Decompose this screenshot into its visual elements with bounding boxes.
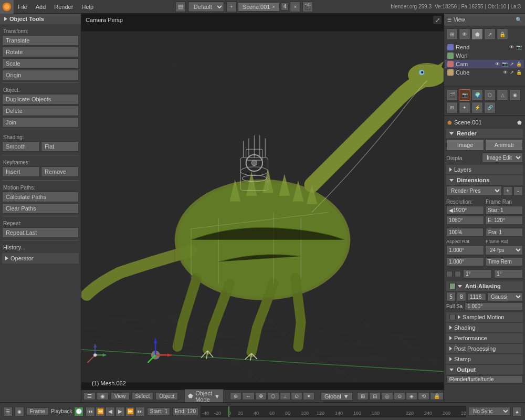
fra-field[interactable]: Fra: 1 [486, 228, 523, 237]
vis-icon[interactable]: 👁 [459, 28, 470, 40]
aa-num1[interactable]: 5 [446, 292, 456, 301]
vp-tool-2[interactable]: ↔ [242, 392, 255, 400]
rotate-btn[interactable]: Rotate [2, 47, 79, 57]
vp-onion-btn[interactable]: ◈ [406, 392, 417, 400]
render-preset-select[interactable]: Render Pres [446, 186, 502, 196]
menu-add[interactable]: Add [32, 0, 50, 13]
props-tab-phys[interactable]: ⚡ [471, 102, 483, 113]
props-tab-cons[interactable]: 🔗 [484, 102, 496, 113]
vp-tool-4[interactable]: ⬡ [267, 392, 279, 400]
join-btn[interactable]: Join [2, 117, 79, 128]
play-fwd-btn[interactable]: ▶ [116, 407, 125, 416]
props-tab-render[interactable]: 📷 [459, 89, 470, 101]
props-tab-mesh[interactable]: △ [497, 89, 508, 101]
duplicate-btn[interactable]: Duplicate Objects [2, 94, 79, 104]
vp-snap-btn[interactable]: ⊞ [357, 392, 369, 400]
play-back-btn[interactable]: ◀ [106, 407, 115, 416]
vp-proportional-btn[interactable]: ⊙ [394, 392, 405, 400]
sync-select[interactable]: No Sync [468, 407, 510, 416]
output-path[interactable]: /Render/turtle/turtle [446, 375, 523, 383]
menu-help[interactable]: Help [77, 0, 98, 13]
layers-section[interactable]: Layers [446, 165, 523, 174]
performance-section[interactable]: Performance [446, 333, 523, 343]
translate-btn[interactable]: Translate [2, 35, 79, 46]
timeline-ruler[interactable]: -40 -20 0 20 40 60 80 100 120 140 160 18… [201, 406, 466, 417]
timeline-camera-icon[interactable]: ◉ [15, 407, 24, 416]
render-section-header[interactable]: Render [446, 129, 523, 138]
chk1[interactable] [446, 271, 453, 277]
delete-btn[interactable]: Delete [2, 106, 79, 116]
vp-tool-3[interactable]: ✥ [255, 392, 267, 400]
sampled-motion-chk[interactable] [449, 314, 456, 320]
search-icon[interactable]: 🔍 [516, 17, 522, 23]
output-header[interactable]: Output [446, 365, 523, 374]
props-tab-world[interactable]: 🌍 [471, 89, 483, 101]
outliner-item-rend[interactable]: Rend 👁 📷 [445, 43, 524, 51]
menu-render[interactable]: Render [50, 0, 77, 13]
vp-tool-5[interactable]: ⟂ [280, 392, 290, 400]
sel-icon[interactable]: ↗ [484, 28, 496, 40]
step-fwd-btn[interactable]: ⏩ [125, 407, 135, 416]
scene-tab-active[interactable]: Scene.001 × [238, 2, 280, 12]
end-field[interactable]: E: 120° [485, 216, 523, 225]
flat-btn[interactable]: Flat [41, 141, 79, 152]
cube-sel-btn[interactable]: ↗ [510, 70, 514, 75]
view-menu-btn[interactable]: View [111, 392, 130, 400]
vp-mirror-btn[interactable]: ⊟ [369, 392, 381, 400]
rend-cam-btn[interactable]: 📷 [516, 45, 522, 50]
preset-remove-btn[interactable]: - [513, 186, 523, 196]
aa-num2[interactable]: 8 [457, 292, 466, 301]
outliner-item-cam[interactable]: Cam 👁 📷 ↗ 🔒 [445, 60, 524, 68]
props-tab-part[interactable]: ✦ [459, 102, 470, 113]
aa-header[interactable]: Anti-Aliasing [446, 281, 523, 291]
props-tab-object[interactable]: ⬡ [484, 89, 496, 101]
outliner-item-world[interactable]: Worl [445, 51, 524, 60]
pct-field[interactable]: 100% [446, 228, 484, 237]
full-sa-val[interactable]: 1.000° [465, 302, 523, 310]
engine-selector[interactable]: Default [188, 2, 224, 12]
add-screen-btn[interactable]: + [226, 2, 237, 12]
aspect-x-field[interactable]: 1.000° [446, 245, 484, 255]
post-processing-section[interactable]: Post Processing [446, 344, 523, 353]
aspect-y-field[interactable]: 1.000° [446, 257, 484, 266]
vp-editor-type-btn[interactable]: ☰ [83, 392, 96, 400]
jump-end-btn[interactable]: ⏭ [135, 407, 145, 416]
origin-btn[interactable]: Origin [2, 70, 79, 80]
fra2-field[interactable]: 1° [463, 269, 492, 278]
anim-render-btn[interactable]: Animati [485, 139, 523, 151]
render-icon[interactable]: 🎬 [302, 2, 313, 12]
aa-samples[interactable]: 1116 [467, 293, 486, 301]
frame-marker[interactable] [228, 406, 229, 417]
props-tab-mat[interactable]: ◉ [509, 89, 521, 101]
object-menu-btn[interactable]: Object [155, 392, 178, 400]
viewport[interactable]: Camera Persp ⤢ [81, 14, 444, 402]
props-tab-scene[interactable]: 🎬 [446, 89, 458, 101]
fra3-field[interactable]: 1° [494, 269, 523, 278]
jump-start-btn[interactable]: ⏮ [86, 407, 95, 416]
disp-select[interactable]: Image Edit [482, 153, 523, 163]
step-back-btn[interactable]: ⏪ [96, 407, 105, 416]
calculate-paths-btn[interactable]: Calculate Paths [2, 192, 79, 202]
pivot-selector[interactable]: Global ▼ [321, 392, 353, 401]
mode-selector[interactable]: ⬟ Object Mode ▼ [184, 389, 224, 403]
lock-icon[interactable]: 🔒 [497, 28, 508, 40]
props-tab-tex[interactable]: ⊞ [446, 102, 458, 113]
timeline-editor-type[interactable]: ☰ [3, 407, 13, 416]
render-icon[interactable]: ⬟ [471, 28, 483, 40]
menu-file[interactable]: File [14, 0, 32, 13]
stamp-section[interactable]: Stamp [446, 354, 523, 364]
vp-prop-btn[interactable]: ◎ [381, 392, 393, 400]
smooth-btn[interactable]: Smooth [2, 141, 40, 152]
timeline-expand-btn[interactable]: ▲ [512, 407, 522, 416]
vp-tool-7[interactable]: ✦ [303, 392, 314, 400]
select-menu-btn[interactable]: Select [132, 392, 154, 400]
rend-vis-btn[interactable]: 👁 [509, 45, 514, 50]
cam-render-btn[interactable]: 📷 [502, 61, 508, 67]
vp-camera-btn[interactable]: ◉ [97, 392, 109, 400]
screen-icon[interactable]: ▤ [175, 2, 186, 12]
vp-sync-btn[interactable]: ⟲ [418, 392, 429, 400]
insert-keyframe-btn[interactable]: Insert [2, 166, 40, 177]
shading-section[interactable]: Shading [446, 323, 523, 332]
vp-tool-6[interactable]: ⊙ [291, 392, 302, 400]
cam-lock-btn[interactable]: ↗ [510, 61, 514, 67]
